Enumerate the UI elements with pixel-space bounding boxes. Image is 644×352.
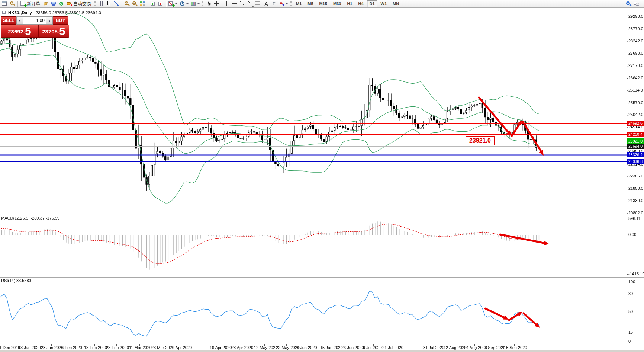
toolbar-separator	[122, 1, 122, 7]
date-axis-label: 28 Apr 2020	[231, 345, 253, 350]
ask-pip: 5	[59, 26, 65, 36]
date-axis-label: 23 Jan 2020	[41, 345, 64, 350]
price-axis-label: 27698.0	[628, 51, 643, 55]
fibonacci-icon[interactable]	[254, 0, 262, 7]
timeframe-d1[interactable]: D1	[367, 0, 377, 7]
price-annotation-box[interactable]: 23921.0	[466, 136, 495, 145]
tile-windows-icon[interactable]	[139, 0, 146, 7]
timeframe-m30[interactable]: M30	[331, 0, 344, 7]
timeframe-m15[interactable]: M15	[317, 0, 330, 7]
crosshair-icon[interactable]	[213, 0, 220, 7]
new-order-button	[20, 1, 26, 7]
candle-chart-icon[interactable]	[105, 0, 113, 7]
zoom-out-icon[interactable]	[131, 0, 139, 7]
toolbar-separator	[222, 1, 222, 7]
templates-button[interactable]	[190, 0, 201, 7]
quotes-icon[interactable]	[42, 0, 50, 7]
timeframe-h1[interactable]: H1	[344, 0, 355, 7]
line-chart-icon	[113, 1, 120, 7]
chat-icon[interactable]	[632, 0, 640, 7]
dropdown-arrow-icon[interactable]	[175, 3, 177, 6]
trendline-icon[interactable]	[239, 0, 247, 7]
level-price-badge: 24692.6	[627, 121, 644, 126]
dropdown-arrow-icon[interactable]	[286, 3, 288, 6]
volume-decrease-button[interactable]: ▼	[16, 16, 23, 25]
zoom-in-icon[interactable]	[123, 0, 131, 7]
price-axis-label: 20802.0	[628, 211, 643, 215]
timeframe-w1[interactable]: W1	[378, 0, 390, 7]
toolbar-separator	[166, 1, 166, 7]
date-axis-label: 16 Apr 2020	[210, 345, 232, 350]
rsi-axis-label: 15	[628, 330, 633, 335]
chart-type-icon	[2, 10, 8, 16]
date-axis-label: 31 Jul 2020	[423, 345, 444, 350]
chart-shift-icon[interactable]	[157, 0, 165, 7]
signals-icon	[58, 1, 65, 7]
terminal-icon[interactable]	[50, 0, 58, 7]
trendline-icon	[239, 1, 246, 7]
one-click-trade-panel: SELL ▼ ▲ BUY 23692.5 23705.5	[1, 16, 69, 38]
dropdown-arrow-icon[interactable]	[197, 3, 200, 6]
date-axis-label: 31 Dec 2019	[0, 345, 20, 350]
toolbar-separator	[148, 1, 148, 7]
periods-button[interactable]	[178, 0, 190, 7]
crosshair-icon	[213, 1, 220, 7]
tile-windows-icon	[139, 1, 146, 7]
date-axis-label: 2 Apr 2020	[172, 345, 192, 350]
autotrade-button[interactable]: 自动交易	[65, 0, 93, 7]
timeframe-h4[interactable]: H4	[355, 0, 366, 7]
bar-chart-icon	[98, 1, 104, 7]
autotrade-button	[66, 1, 73, 7]
timeframe-m1[interactable]: M1	[293, 0, 304, 7]
volume-increase-button[interactable]: ▲	[46, 16, 53, 25]
new-order-button[interactable]: 新订单	[19, 0, 42, 7]
date-axis-label: 9 Jul 2020	[363, 345, 382, 350]
buy-button[interactable]: BUY	[53, 16, 68, 25]
vertical-line-icon[interactable]	[223, 0, 231, 7]
new-chart-icon	[1, 1, 8, 7]
autotrade-button-label: 自动交易	[73, 1, 91, 7]
bar-chart-icon[interactable]	[97, 0, 105, 7]
date-axis-label: 22 May 2020	[276, 345, 300, 350]
price-axis-label: 28770.0	[628, 26, 643, 31]
text-icon[interactable]	[262, 0, 270, 7]
toolbar-separator	[17, 1, 18, 7]
search-icon[interactable]	[625, 0, 632, 7]
auto-scroll-icon	[150, 1, 156, 7]
quotes-icon	[43, 1, 49, 7]
price-axis-label: 22386.0	[628, 174, 643, 178]
status-strip	[0, 350, 644, 352]
bid-price[interactable]: 23692.5	[1, 25, 38, 38]
text-label-icon[interactable]	[270, 0, 278, 7]
symbol-period: HK50-,Daily	[8, 10, 32, 15]
indicators-button[interactable]	[167, 0, 178, 7]
timeframe-m5[interactable]: M5	[305, 0, 316, 7]
price-axis-label: 26114.0	[628, 88, 643, 92]
horizontal-line-icon[interactable]	[231, 0, 239, 7]
zoom-in-icon	[124, 1, 130, 7]
timeframe-mn[interactable]: MN	[390, 0, 402, 7]
sell-button[interactable]: SELL	[1, 16, 16, 25]
price-axis-label: 25570.0	[628, 100, 643, 105]
current-price-badge: 23694.0	[627, 144, 644, 149]
ask-price[interactable]: 23705.5	[38, 25, 69, 38]
ohlc-values: 23656.0 23753.5 23501.5 23694.0	[36, 10, 101, 15]
price-axis-label: 26642.0	[628, 76, 643, 80]
line-chart-icon[interactable]	[113, 0, 120, 7]
auto-scroll-icon[interactable]	[149, 0, 157, 7]
equidistant-channel-icon[interactable]	[247, 0, 254, 7]
new-chart-icon[interactable]	[1, 0, 9, 7]
dropdown-arrow-icon[interactable]	[186, 3, 189, 6]
volume-input[interactable]	[23, 16, 46, 25]
date-axis-label: 15 Sep 2020	[504, 345, 527, 350]
arrows-icon[interactable]	[278, 0, 289, 7]
signals-icon[interactable]	[58, 0, 65, 7]
chart-canvas[interactable]	[0, 0, 644, 352]
cursor-icon[interactable]	[205, 0, 213, 7]
macd-axis-label: 0.00	[628, 232, 636, 237]
chat-icon	[633, 1, 640, 7]
cursor-icon	[206, 1, 212, 7]
toolbar-grip	[290, 1, 292, 6]
profile-charts-icon[interactable]	[9, 0, 16, 7]
date-axis-label: 23 Mar 2020	[151, 345, 174, 350]
